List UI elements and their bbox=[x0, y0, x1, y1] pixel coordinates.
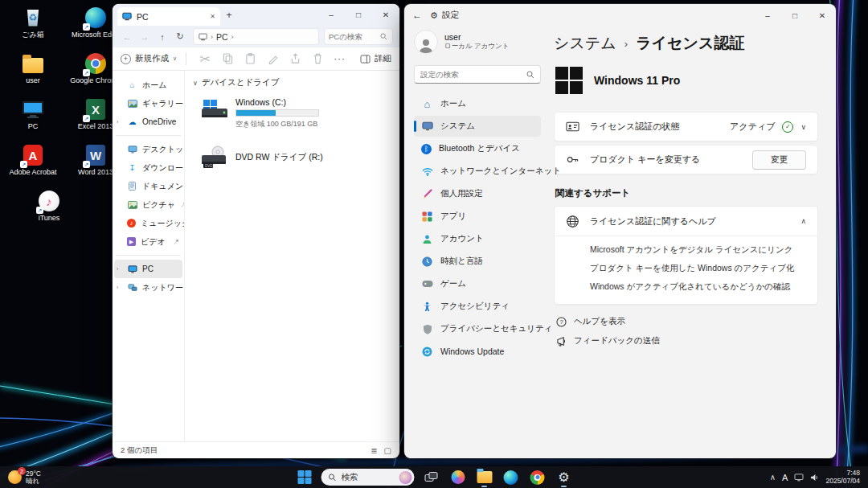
breadcrumb[interactable]: › PC › bbox=[193, 28, 319, 45]
start-button[interactable] bbox=[295, 468, 314, 487]
monitor-icon bbox=[21, 97, 45, 121]
back-icon[interactable]: ← bbox=[412, 10, 422, 21]
activation-state-row[interactable]: ライセンス認証の状態 アクティブ ✓ ∨ bbox=[554, 112, 818, 141]
send-feedback-label: フィードバックの送信 bbox=[574, 335, 660, 347]
breadcrumb-current: ライセンス認証 bbox=[636, 33, 744, 54]
paste-icon[interactable] bbox=[240, 50, 260, 68]
breadcrumb-system[interactable]: システム bbox=[554, 33, 616, 54]
details-pane-button[interactable]: 詳細 bbox=[360, 53, 391, 64]
help-link-product-key[interactable]: プロダクト キーを使用した Windows のアクティブ化 bbox=[590, 263, 806, 274]
ime-indicator[interactable]: A bbox=[782, 473, 788, 482]
delete-icon[interactable] bbox=[308, 50, 327, 68]
explorer-search-input[interactable] bbox=[329, 32, 377, 41]
sidebar-item-home[interactable]: ⌂ホーム bbox=[114, 76, 182, 94]
nav-item-time-language[interactable]: 時刻と言語 bbox=[414, 251, 541, 272]
widgets-weather-button[interactable]: 2 29°C 晴れ bbox=[0, 466, 49, 488]
chevron-right-icon: › bbox=[624, 38, 628, 50]
chevron-up-icon[interactable]: ∧ bbox=[800, 217, 806, 225]
hidden-icons-chevron[interactable]: ∧ bbox=[770, 473, 776, 482]
nav-item-windows-update[interactable]: Windows Update bbox=[414, 341, 541, 362]
maximize-button[interactable]: □ bbox=[781, 4, 809, 27]
minimize-button[interactable]: – bbox=[317, 4, 345, 26]
share-icon[interactable] bbox=[285, 50, 305, 68]
copilot-button[interactable] bbox=[448, 468, 468, 487]
nav-item-accounts[interactable]: アカウント bbox=[414, 228, 541, 249]
sidebar-item-gallery[interactable]: ギャラリー bbox=[114, 94, 182, 113]
drive-windows-c[interactable]: Windows (C:) 空き領域 100 GB/191 GB bbox=[198, 95, 399, 132]
minimize-button[interactable]: – bbox=[754, 4, 781, 27]
change-product-key-button[interactable]: 変更 bbox=[752, 150, 806, 170]
rename-icon[interactable] bbox=[263, 50, 282, 68]
sidebar-item-downloads[interactable]: ↧ダウンロード bbox=[114, 158, 182, 177]
group-devices-drives[interactable]: ∨ デバイスとドライブ bbox=[193, 77, 391, 88]
nav-item-bluetooth[interactable]: ᛒBluetooth とデバイス bbox=[414, 138, 541, 159]
settings-button[interactable]: ⚙ bbox=[555, 468, 574, 487]
explorer-tab-pc[interactable]: PC ✕ bbox=[117, 7, 220, 26]
help-link-check-activation[interactable]: Windows がアクティブ化されているかどうかの確認 bbox=[590, 281, 806, 293]
sidebar-item-pictures[interactable]: ピクチャ bbox=[114, 195, 182, 214]
nav-item-apps[interactable]: アプリ bbox=[414, 206, 541, 227]
nav-item-gaming[interactable]: ゲーム bbox=[414, 273, 541, 294]
crumb-pc[interactable]: PC bbox=[216, 32, 228, 42]
desktop-icon-user-folder[interactable]: user bbox=[2, 49, 64, 95]
up-icon[interactable]: ↑ bbox=[154, 32, 170, 42]
more-options-button[interactable]: ··· bbox=[334, 53, 346, 64]
desktop-icon-itunes[interactable]: ♪↗ iTunes bbox=[34, 187, 64, 232]
sidebar-item-videos[interactable]: ▶ビデオ bbox=[114, 232, 182, 251]
activation-help-header[interactable]: ライセンス認証に関するヘルプ ∧ bbox=[555, 207, 817, 236]
drive-dvd-rw[interactable]: DVD DVD RW ドライブ (R:) bbox=[198, 143, 399, 172]
task-view-button[interactable] bbox=[422, 468, 441, 487]
chrome-button[interactable] bbox=[528, 468, 547, 487]
settings-search-input[interactable] bbox=[420, 70, 526, 79]
taskbar-search-box[interactable]: 検索 bbox=[321, 469, 415, 486]
close-button[interactable]: ✕ bbox=[372, 4, 399, 26]
user-account[interactable]: user ローカル アカウント bbox=[414, 30, 541, 54]
clock[interactable]: 7:48 2025/07/04 bbox=[825, 470, 860, 485]
explorer-search-box[interactable] bbox=[324, 28, 393, 45]
edge-button[interactable] bbox=[502, 468, 521, 487]
shortcut-arrow-icon: ↗ bbox=[36, 207, 43, 214]
sidebar-item-network[interactable]: ›ネットワーク bbox=[114, 278, 182, 297]
get-help-link[interactable]: ? ヘルプを表示 bbox=[555, 316, 818, 327]
network-icon[interactable] bbox=[794, 474, 804, 482]
list-view-icon[interactable]: ≣ bbox=[371, 446, 377, 455]
chevron-right-icon[interactable]: › bbox=[117, 285, 118, 290]
forward-icon[interactable]: → bbox=[137, 32, 153, 42]
nav-item-network[interactable]: ネットワークとインターネット bbox=[414, 161, 541, 182]
search-icon bbox=[526, 71, 534, 79]
nav-item-accessibility[interactable]: アクセシビリティ bbox=[414, 296, 541, 317]
sidebar-item-onedrive[interactable]: ›☁OneDrive bbox=[114, 113, 182, 131]
settings-search-box[interactable] bbox=[414, 65, 541, 84]
refresh-icon[interactable]: ↻ bbox=[172, 31, 188, 42]
nav-item-system[interactable]: システム bbox=[414, 116, 541, 137]
desktop-icon-pc[interactable]: PC bbox=[2, 95, 64, 141]
thumbnail-view-icon[interactable]: ▢ bbox=[384, 446, 391, 455]
new-item-button[interactable]: + 新規作成 ∨ bbox=[121, 53, 177, 64]
close-button[interactable]: ✕ bbox=[809, 4, 836, 27]
new-tab-button[interactable]: + bbox=[220, 4, 238, 26]
maximize-button[interactable]: □ bbox=[345, 4, 372, 26]
file-explorer-button[interactable] bbox=[475, 468, 494, 487]
volume-icon[interactable] bbox=[810, 474, 819, 482]
chevron-right-icon[interactable]: › bbox=[117, 119, 118, 125]
back-icon[interactable]: ← bbox=[119, 32, 135, 42]
documents-icon bbox=[127, 181, 137, 191]
sidebar-item-pc[interactable]: ›PC bbox=[114, 260, 182, 278]
help-link-digital-license[interactable]: Microsoft アカウントをデジタル ライセンスにリンク bbox=[590, 244, 806, 256]
sidebar-item-documents[interactable]: ドキュメント bbox=[114, 177, 182, 195]
desktop-icon-recycle-bin[interactable]: ♻ ごみ箱 bbox=[2, 3, 64, 49]
nav-item-home[interactable]: ⌂ホーム bbox=[414, 93, 541, 114]
nav-item-privacy[interactable]: プライバシーとセキュリティ bbox=[414, 318, 541, 339]
desktop-icon-acrobat[interactable]: A↗ Adobe Acrobat bbox=[2, 141, 64, 187]
sidebar-item-music[interactable]: ♪ミュージック bbox=[114, 214, 182, 232]
tab-close-icon[interactable]: ✕ bbox=[210, 13, 215, 20]
chevron-down-icon: ∨ bbox=[173, 55, 177, 62]
send-feedback-link[interactable]: フィードバックの送信 bbox=[555, 335, 818, 347]
privacy-icon bbox=[421, 323, 433, 335]
cut-icon[interactable]: ✂ bbox=[195, 50, 215, 68]
nav-item-personalization[interactable]: 個人用設定 bbox=[414, 183, 541, 204]
copy-icon[interactable] bbox=[218, 50, 237, 68]
chevron-down-icon[interactable]: ∨ bbox=[800, 123, 806, 131]
sidebar-item-desktop[interactable]: デスクトップ bbox=[114, 140, 182, 158]
chevron-right-icon[interactable]: › bbox=[117, 266, 118, 272]
